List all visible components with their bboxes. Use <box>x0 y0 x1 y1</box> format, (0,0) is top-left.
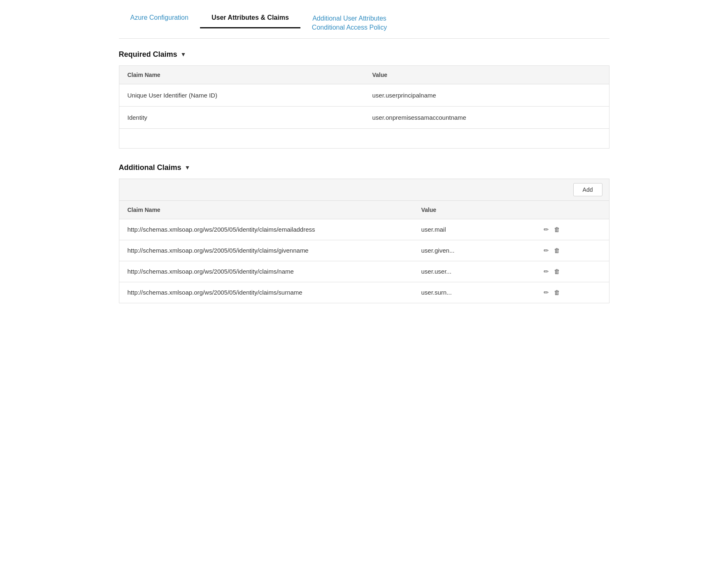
add-claim-button[interactable]: Add <box>573 183 602 196</box>
edit-claim-icon[interactable] <box>544 226 549 233</box>
claim-name-cell: http://schemas.xmlsoap.org/ws/2005/05/id… <box>119 261 413 282</box>
delete-claim-icon[interactable] <box>554 289 560 296</box>
required-claims-section-header: Required Claims ▼ <box>119 50 609 59</box>
claim-value-cell: user.given... <box>413 240 536 261</box>
required-claims-col-name: Claim Name <box>119 65 364 84</box>
claim-actions-cell <box>535 261 609 282</box>
additional-claims-toolbar: Add <box>119 179 609 201</box>
table-row: Unique User Identifier (Name ID) user.us… <box>119 84 609 106</box>
additional-claims-wrapper: Add Claim Name Value http://schemas.xmls… <box>119 179 609 303</box>
claim-name-cell: Unique User Identifier (Name ID) <box>119 84 364 106</box>
empty-row <box>119 128 609 148</box>
delete-claim-icon[interactable] <box>554 247 560 254</box>
claim-value-cell: user.userprincipalname <box>364 84 609 106</box>
claim-name-cell: http://schemas.xmlsoap.org/ws/2005/05/id… <box>119 240 413 261</box>
tab-user-attributes-claims[interactable]: User Attributes & Claims <box>200 8 300 28</box>
claim-actions-cell <box>535 219 609 240</box>
edit-claim-icon[interactable] <box>544 289 549 296</box>
additional-claims-chevron-icon[interactable]: ▼ <box>185 164 191 171</box>
tab-azure-configuration[interactable]: Azure Configuration <box>119 8 200 27</box>
additional-claims-col-name: Claim Name <box>119 201 413 219</box>
delete-claim-icon[interactable] <box>554 268 560 275</box>
required-claims-chevron-icon[interactable]: ▼ <box>181 51 186 58</box>
claim-name-cell: http://schemas.xmlsoap.org/ws/2005/05/id… <box>119 282 413 303</box>
tab-additional-user-attributes[interactable]: Additional User Attributes Conditional A… <box>300 8 398 38</box>
claim-actions-cell <box>535 282 609 303</box>
claim-actions-cell <box>535 240 609 261</box>
claim-value-cell: user.user... <box>413 261 536 282</box>
additional-claims-col-actions <box>535 201 609 219</box>
additional-claims-col-value: Value <box>413 201 536 219</box>
tab-navigation: Azure Configuration User Attributes & Cl… <box>119 8 609 39</box>
required-claims-col-value: Value <box>364 65 609 84</box>
table-row: http://schemas.xmlsoap.org/ws/2005/05/id… <box>119 261 609 282</box>
edit-claim-icon[interactable] <box>544 268 549 275</box>
claim-name-cell: http://schemas.xmlsoap.org/ws/2005/05/id… <box>119 219 413 240</box>
table-row: http://schemas.xmlsoap.org/ws/2005/05/id… <box>119 219 609 240</box>
additional-claims-table: Claim Name Value http://schemas.xmlsoap.… <box>119 201 609 303</box>
table-row: Identity user.onpremisessamaccountname <box>119 106 609 128</box>
additional-claims-section-header: Additional Claims ▼ <box>119 163 609 172</box>
claim-value-cell: user.surn... <box>413 282 536 303</box>
claim-name-cell: Identity <box>119 106 364 128</box>
edit-claim-icon[interactable] <box>544 247 549 254</box>
claim-value-cell: user.mail <box>413 219 536 240</box>
table-row: http://schemas.xmlsoap.org/ws/2005/05/id… <box>119 282 609 303</box>
claim-value-cell: user.onpremisessamaccountname <box>364 106 609 128</box>
additional-claims-title: Additional Claims <box>119 163 181 172</box>
required-claims-table: Claim Name Value Unique User Identifier … <box>119 65 609 149</box>
delete-claim-icon[interactable] <box>554 226 560 233</box>
required-claims-title: Required Claims <box>119 50 177 59</box>
table-row: http://schemas.xmlsoap.org/ws/2005/05/id… <box>119 240 609 261</box>
